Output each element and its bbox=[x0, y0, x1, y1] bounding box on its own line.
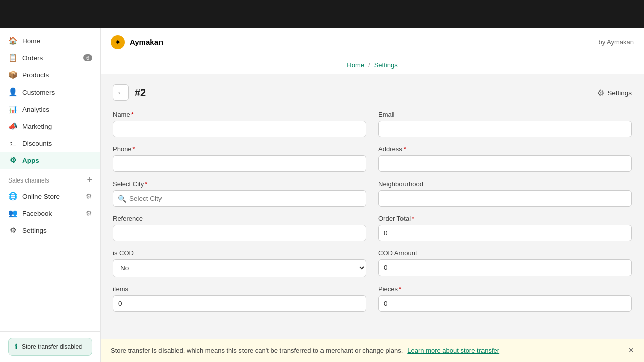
notification-banner: Store transfer is disabled, which means … bbox=[101, 339, 644, 362]
sidebar-item-facebook[interactable]: 👥 Facebook ⚙ bbox=[0, 205, 100, 222]
address-label: Address* bbox=[378, 145, 632, 153]
city-search-input[interactable] bbox=[113, 190, 366, 207]
page-title: #2 bbox=[135, 87, 146, 99]
city-label: Select City* bbox=[113, 180, 366, 188]
sidebar-item-products[interactable]: 📦 Products bbox=[0, 66, 100, 83]
sales-channels-label: Sales channels bbox=[8, 177, 49, 184]
neighbourhood-input[interactable] bbox=[378, 190, 632, 207]
pieces-field-group: Pieces* bbox=[378, 285, 632, 312]
cod-amount-field-group: COD Amount bbox=[378, 249, 632, 277]
notification-link[interactable]: Learn more about store transfer bbox=[407, 347, 499, 354]
cod-amount-input[interactable] bbox=[378, 259, 632, 276]
notification-message: Store transfer is disabled, which means … bbox=[111, 347, 403, 354]
sidebar-item-online-store[interactable]: 🌐 Online Store ⚙ bbox=[0, 188, 100, 205]
settings-button-label: Settings bbox=[607, 89, 632, 97]
sidebar-item-label: Customers bbox=[22, 88, 55, 96]
search-icon: 🔍 bbox=[118, 195, 126, 203]
city-field-group: Select City* 🔍 bbox=[113, 180, 366, 207]
facebook-settings-icon[interactable]: ⚙ bbox=[86, 209, 92, 217]
apps-icon: ⚙ bbox=[8, 156, 17, 165]
address-field-group: Address* bbox=[378, 145, 632, 172]
by-text: by Aymakan bbox=[598, 38, 634, 46]
settings-icon: ⚙ bbox=[8, 226, 17, 235]
store-transfer-badge[interactable]: ℹ Store transfer disabled bbox=[8, 338, 92, 356]
sidebar-item-label: Discounts bbox=[22, 140, 52, 147]
home-icon: 🏠 bbox=[8, 36, 17, 45]
sidebar-item-orders[interactable]: 📋 Orders 6 bbox=[0, 49, 100, 66]
facebook-icon: 👥 bbox=[8, 209, 17, 218]
reference-label: Reference bbox=[113, 215, 366, 222]
marketing-icon: 📣 bbox=[8, 122, 17, 131]
customers-icon: 👤 bbox=[8, 87, 17, 97]
is-cod-field-group: is COD No Yes bbox=[113, 249, 366, 277]
info-icon: ℹ bbox=[15, 342, 18, 351]
sidebar-item-label: Analytics bbox=[22, 106, 49, 113]
sidebar-item-label: Marketing bbox=[22, 123, 52, 130]
breadcrumb-home-link[interactable]: Home bbox=[347, 61, 364, 69]
brand-logo: ✦ bbox=[111, 35, 125, 49]
settings-button[interactable]: ⚙ Settings bbox=[597, 88, 632, 98]
email-input[interactable] bbox=[378, 121, 632, 137]
breadcrumb: Home / Settings bbox=[101, 56, 644, 74]
pieces-label: Pieces* bbox=[378, 285, 632, 293]
pieces-input[interactable] bbox=[378, 295, 632, 312]
sidebar-item-label: Facebook bbox=[22, 210, 52, 217]
address-input[interactable] bbox=[378, 155, 632, 172]
sidebar-item-settings[interactable]: ⚙ Settings bbox=[0, 222, 100, 239]
phone-label: Phone* bbox=[113, 145, 366, 153]
brand: ✦ Aymakan bbox=[111, 35, 163, 49]
page-header: ← #2 ⚙ Settings bbox=[113, 84, 632, 101]
sidebar-item-label: Apps bbox=[22, 157, 39, 164]
back-button[interactable]: ← bbox=[113, 84, 129, 101]
breadcrumb-separator: / bbox=[368, 61, 370, 69]
neighbourhood-label: Neighbourhood bbox=[378, 180, 632, 188]
page-content: ← #2 ⚙ Settings Name* bbox=[101, 74, 644, 339]
online-store-settings-icon[interactable]: ⚙ bbox=[86, 192, 92, 200]
sales-channels-section: Sales channels + bbox=[0, 169, 100, 188]
analytics-icon: 📊 bbox=[8, 105, 17, 114]
orders-badge: 6 bbox=[83, 54, 92, 61]
sidebar-item-apps[interactable]: ⚙ Apps bbox=[0, 152, 100, 169]
add-sales-channel-icon[interactable]: + bbox=[87, 175, 92, 186]
sidebar: 🏠 Home 📋 Orders 6 📦 Products 👤 Customers… bbox=[0, 28, 101, 362]
sidebar-item-label: Orders bbox=[22, 54, 43, 62]
sidebar-item-label: Products bbox=[22, 71, 49, 79]
sidebar-item-customers[interactable]: 👤 Customers bbox=[0, 83, 100, 101]
items-field-group: items bbox=[113, 285, 366, 312]
order-total-field-group: Order Total* bbox=[378, 215, 632, 241]
email-field-group: Email bbox=[378, 111, 632, 137]
reference-input[interactable] bbox=[113, 225, 366, 241]
sidebar-bottom: ℹ Store transfer disabled bbox=[0, 331, 100, 362]
sidebar-item-marketing[interactable]: 📣 Marketing bbox=[0, 118, 100, 135]
sidebar-item-label: Online Store bbox=[22, 193, 60, 200]
store-transfer-label: Store transfer disabled bbox=[22, 343, 83, 350]
sidebar-item-label: Home bbox=[22, 37, 40, 45]
order-total-input[interactable] bbox=[378, 225, 632, 241]
topbar-right: by Aymakan bbox=[598, 38, 634, 46]
email-label: Email bbox=[378, 111, 632, 118]
sidebar-item-home[interactable]: 🏠 Home bbox=[0, 32, 100, 49]
sidebar-settings-label: Settings bbox=[22, 227, 47, 234]
main-content: ✦ Aymakan by Aymakan Home / Settings ← bbox=[101, 28, 644, 362]
notification-close-button[interactable]: × bbox=[628, 345, 634, 356]
reference-field-group: Reference bbox=[113, 215, 366, 241]
phone-input[interactable] bbox=[113, 155, 366, 172]
phone-field-group: Phone* bbox=[113, 145, 366, 172]
brand-name: Aymakan bbox=[130, 38, 163, 46]
discounts-icon: 🏷 bbox=[8, 139, 17, 148]
neighbourhood-field-group: Neighbourhood bbox=[378, 180, 632, 207]
page-title-row: ← #2 bbox=[113, 84, 146, 101]
sidebar-item-discounts[interactable]: 🏷 Discounts bbox=[0, 135, 100, 152]
breadcrumb-settings-link[interactable]: Settings bbox=[374, 61, 398, 69]
gear-icon: ⚙ bbox=[597, 88, 604, 98]
items-label: items bbox=[113, 285, 366, 293]
brand-logo-icon: ✦ bbox=[115, 38, 121, 46]
sidebar-nav: 🏠 Home 📋 Orders 6 📦 Products 👤 Customers… bbox=[0, 28, 100, 331]
sidebar-item-analytics[interactable]: 📊 Analytics bbox=[0, 101, 100, 118]
products-icon: 📦 bbox=[8, 70, 17, 79]
name-field-group: Name* bbox=[113, 111, 366, 137]
is-cod-select[interactable]: No Yes bbox=[113, 259, 366, 277]
name-input[interactable] bbox=[113, 121, 366, 137]
online-store-icon: 🌐 bbox=[8, 192, 17, 201]
items-input[interactable] bbox=[113, 295, 366, 312]
